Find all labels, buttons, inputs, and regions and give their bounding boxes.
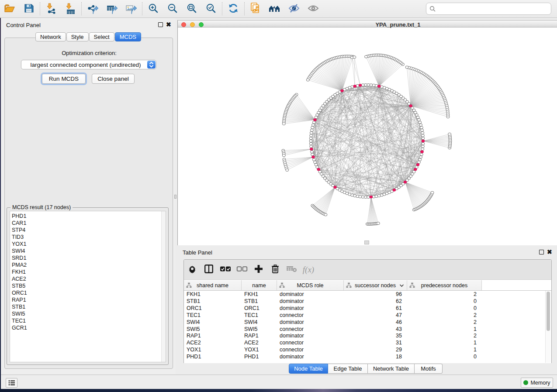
delete-button[interactable] <box>267 261 284 279</box>
zoom-selected-button[interactable] <box>201 1 221 17</box>
mcds-result-list[interactable]: PHD1CAR1STP4TID3YOX1SWI4SRD1PMA2FKH1ACE2… <box>10 211 166 362</box>
tab-mcds[interactable]: MCDS <box>115 32 141 41</box>
close-panel-button[interactable]: Close panel <box>92 74 135 84</box>
deselect-all-button[interactable] <box>234 261 250 279</box>
table-cell: 1 <box>407 346 477 353</box>
table-row[interactable]: ORC1ORC1dominator610 <box>184 305 551 312</box>
horizontal-splitter-grip[interactable] <box>364 241 369 244</box>
tab-edge-table[interactable]: Edge Table <box>328 364 368 374</box>
column-header-shared-name[interactable]: shared name <box>184 280 242 290</box>
save-session-button[interactable] <box>19 1 38 17</box>
network-canvas[interactable] <box>178 28 557 246</box>
node-table-container: f(x) shared namenameMCDS rolesuccessor n… <box>183 259 552 363</box>
column-header-predecessor-nodes[interactable]: predecessor nodes <box>407 280 482 290</box>
import-table-button[interactable] <box>61 1 80 17</box>
show-all-button[interactable] <box>304 1 323 17</box>
mcds-result-item[interactable]: SWI5 <box>10 310 166 317</box>
mcds-result-item[interactable]: YOX1 <box>10 241 166 248</box>
import-network-button[interactable] <box>42 1 61 17</box>
table-cell: 1 <box>407 326 477 333</box>
export-image-button[interactable] <box>121 1 141 17</box>
tab-network[interactable]: Network <box>35 32 66 41</box>
table-cell: RAP1 <box>187 332 242 339</box>
tab-style[interactable]: Style <box>66 32 89 41</box>
mcds-result-item[interactable]: TEC1 <box>10 317 166 324</box>
select-all-button[interactable] <box>217 261 234 279</box>
mcds-result-item[interactable]: CAR1 <box>10 220 166 227</box>
mcds-result-item[interactable]: PHD1 <box>10 213 166 220</box>
table-cell: 31 <box>344 339 402 346</box>
open-file-button[interactable] <box>0 1 19 17</box>
mcds-result-item[interactable]: STP4 <box>10 227 166 234</box>
float-panel-icon[interactable] <box>158 22 163 27</box>
gear-button[interactable] <box>184 261 201 279</box>
table-row[interactable]: SWI5SWI5connector431 <box>184 326 551 333</box>
mcds-result-item[interactable]: FKH1 <box>10 268 166 275</box>
table-scrollbar[interactable] <box>545 291 551 363</box>
network-from-selection-button[interactable] <box>246 1 265 17</box>
vertical-splitter-grip[interactable] <box>174 195 176 199</box>
hide-selected-button[interactable] <box>284 1 304 17</box>
criterion-dropdown[interactable]: largest connected component (undirected) <box>21 60 156 69</box>
table-cell: ACE2 <box>244 339 277 346</box>
table-row[interactable]: PHD1PHD1dominator180 <box>184 353 551 360</box>
mcds-result-item[interactable]: SRD1 <box>10 254 166 261</box>
table-row[interactable]: FKH1FKH1dominator962 <box>184 291 551 298</box>
table-row[interactable]: YOX1YOX1connector291 <box>184 346 551 353</box>
mcds-result-item[interactable]: TID3 <box>10 234 166 241</box>
tab-network-table[interactable]: Network Table <box>368 364 415 374</box>
mcds-result-item[interactable]: SWI4 <box>10 248 166 254</box>
table-row[interactable]: STB1STB1dominator620 <box>184 298 551 305</box>
control-panel-tabs: NetworkStyleSelectMCDS <box>35 32 142 41</box>
function-builder-icon: f(x) <box>303 265 314 275</box>
table-cell: PHD1 <box>244 353 277 360</box>
table-row[interactable]: TEC1TEC1connector472 <box>184 312 551 319</box>
column-header-successor-nodes[interactable]: successor nodes <box>344 280 407 290</box>
mcds-result-item[interactable]: GCR1 <box>10 324 166 331</box>
columns-button[interactable] <box>201 261 217 279</box>
memory-button[interactable]: Memory <box>521 378 553 388</box>
first-neighbors-button[interactable] <box>265 1 284 17</box>
run-mcds-button[interactable]: Run MCDS <box>42 74 86 84</box>
table-cell: PHD1 <box>187 353 242 360</box>
control-panel-title: Control Panel <box>6 22 41 28</box>
float-table-panel-icon[interactable] <box>539 250 544 254</box>
column-header-name[interactable]: name <box>242 280 277 290</box>
tab-motifs[interactable]: Motifs <box>415 364 443 374</box>
network-frame-titlebar[interactable]: YPA_prune.txt_1 <box>178 21 557 28</box>
zoom-in-button[interactable] <box>144 1 163 17</box>
table-row[interactable]: ACE2ACE2connector311 <box>184 339 551 346</box>
zoom-out-button[interactable] <box>163 1 182 17</box>
task-history-button[interactable] <box>6 378 17 388</box>
refresh-button[interactable] <box>224 1 243 17</box>
tab-node-table[interactable]: Node Table <box>289 364 328 374</box>
table-cell: 1 <box>407 339 477 346</box>
table-scrollbar-thumb[interactable] <box>547 292 550 331</box>
table-cell: 0 <box>407 305 477 312</box>
zoom-fit-button[interactable] <box>182 1 201 17</box>
column-header-MCDS-role[interactable]: MCDS role <box>277 280 344 290</box>
export-network-icon <box>87 3 99 15</box>
mcds-result-item[interactable]: RAP1 <box>10 296 166 303</box>
table-panel-titlebar: Table Panel ✖ <box>177 248 557 258</box>
mcds-result-item[interactable]: STB1 <box>10 303 166 310</box>
refresh-icon <box>228 3 239 15</box>
export-table-button[interactable] <box>102 1 121 17</box>
mcds-result-item[interactable]: ACE2 <box>10 275 166 282</box>
mcds-list-scrollbar[interactable] <box>161 211 166 362</box>
mcds-result-item[interactable]: STB5 <box>10 282 166 289</box>
desktop-background-bottom <box>0 389 557 392</box>
search-box[interactable] <box>426 3 551 15</box>
table-row[interactable]: SWI4SWI4dominator462 <box>184 319 551 326</box>
table-cell: FKH1 <box>187 291 242 298</box>
table-cell: SWI4 <box>244 319 277 326</box>
mcds-result-item[interactable]: ORC1 <box>10 289 166 296</box>
table-row[interactable]: RAP1RAP1dominator352 <box>184 332 551 339</box>
close-panel-icon[interactable]: ✖ <box>166 21 171 28</box>
tab-select[interactable]: Select <box>89 32 114 41</box>
mcds-result-item[interactable]: PMA2 <box>10 261 166 268</box>
search-input[interactable] <box>436 4 551 14</box>
close-table-panel-icon[interactable]: ✖ <box>547 249 552 255</box>
export-network-button[interactable] <box>83 1 102 17</box>
add-button[interactable] <box>250 261 267 279</box>
